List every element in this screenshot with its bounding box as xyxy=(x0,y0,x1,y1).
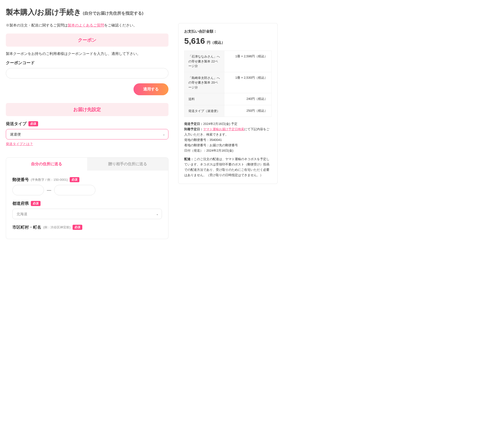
page-subtitle: (自分でお届け先住所を指定する) xyxy=(83,10,143,16)
prefecture-select[interactable]: 北海道 xyxy=(12,209,162,219)
line-item-value: 1冊 × 2,596円（税込） xyxy=(225,51,271,72)
faq-link[interactable]: 製本のよくあるご質問 xyxy=(68,23,104,27)
city-label-text: 市区町村・町名 xyxy=(12,224,41,230)
required-badge: 必須 xyxy=(73,225,82,230)
dest-postal: 着地の郵便番号：お届け先の郵便番号 xyxy=(184,143,272,148)
line-item: 「石津ななみさん」への寄せ書き製本 22ページ分 1冊 × 2,596円（税込） xyxy=(184,51,271,72)
tab-gift-address[interactable]: 贈り相手の住所に送る xyxy=(87,158,168,171)
coupon-code-label: クーポンコード xyxy=(6,60,168,65)
required-badge: 必須 xyxy=(28,121,38,126)
line-item-value: 250円（税込） xyxy=(225,105,271,117)
line-items-table: 「石津ななみさん」への寄せ書き製本 22ページ分 1冊 × 2,596円（税込）… xyxy=(184,50,272,117)
faq-note: ※製本の注文・配送に関するご質問は製本のよくあるご質問をご確認ください。 xyxy=(6,23,168,28)
city-hint: (例：渋谷区神宮前) xyxy=(43,225,71,230)
delivery-note-text: このご注文の配達は、ヤマト運輸のネコポスを予定しています。ネコポスは受領印不要の… xyxy=(184,157,269,177)
prefecture-label: 都道府県 必須 xyxy=(12,201,162,206)
line-item: 送料 240円（税込） xyxy=(184,93,271,105)
order-summary-box: お支払い合計金額： 5,616 円（税込） 「石津ななみさん」への寄せ書き製本 … xyxy=(178,23,278,184)
line-item-label: 発送タイプ（速達便） xyxy=(184,105,225,117)
summary-amount-value: 5,616 xyxy=(184,36,205,46)
postal-hint: (半角数字 / 例：150-0001) xyxy=(31,177,68,182)
delivery-note-label: 配達： xyxy=(184,157,194,161)
coupon-section-header: クーポン xyxy=(6,33,168,47)
shipping-type-select[interactable]: 速達便 xyxy=(6,129,168,140)
line-item-label: 「石津ななみさん」への寄せ書き製本 22ページ分 xyxy=(184,51,225,72)
line-item: 発送タイプ（速達便） 250円（税込） xyxy=(184,105,271,117)
required-badge: 必須 xyxy=(31,201,41,206)
line-item-label: 送料 xyxy=(184,93,225,105)
ship-date-value: 2024年2月16日(金) 予定 xyxy=(203,122,237,126)
postal-dash: — xyxy=(47,188,51,193)
shipping-type-label-text: 発送タイプ xyxy=(6,121,27,127)
summary-title: お支払い合計金額： xyxy=(184,29,272,34)
postal-code-1-input[interactable] xyxy=(12,185,44,195)
arrive-date-label: 到着予定日： xyxy=(184,127,203,131)
faq-note-suffix: をご確認ください。 xyxy=(104,23,137,27)
page-title-main: 製本購入/お届け手続き xyxy=(6,7,81,17)
tab-self-address[interactable]: 自分の住所に送る xyxy=(6,158,87,171)
address-tabs: 自分の住所に送る 贈り相手の住所に送る xyxy=(6,158,168,171)
apply-coupon-button[interactable]: 適用する xyxy=(134,83,168,95)
prefecture-label-text: 都道府県 xyxy=(12,201,29,206)
summary-amount-unit: 円（税込） xyxy=(207,40,225,45)
coupon-code-label-text: クーポンコード xyxy=(6,60,35,65)
line-item-value: 240円（税込） xyxy=(225,93,271,105)
coupon-code-input[interactable] xyxy=(6,68,168,79)
send-date: 日付（発送）：2024年2月16日(金) xyxy=(184,148,272,153)
faq-note-prefix: ※製本の注文・配送に関するご質問は xyxy=(6,23,68,27)
line-item-value: 1冊 × 2,530円（税込） xyxy=(225,72,271,93)
postal-code-2-input[interactable] xyxy=(54,185,95,195)
yamato-search-link[interactable]: ヤマト運輸お届け予定日検索 xyxy=(203,127,244,131)
origin-postal: 発地の郵便番号：3540041 xyxy=(184,137,272,143)
city-label: 市区町村・町名 (例：渋谷区神宮前) 必須 xyxy=(12,224,162,230)
coupon-description: 製本クーポンをお持ちのご利用者様はクーポンコードを入力し、適用して下さい。 xyxy=(6,51,168,56)
line-item: 「島崎幸太郎さん」への寄せ書き製本 20ページ分 1冊 × 2,530円（税込） xyxy=(184,72,271,94)
shipping-type-help-link[interactable]: 発送タイプとは？ xyxy=(6,142,33,146)
shipping-info: 発送予定日：2024年2月16日(金) 予定 到着予定日：ヤマト運輸お届け予定日… xyxy=(184,121,272,178)
page-title: 製本購入/お届け手続き (自分でお届け先住所を指定する) xyxy=(6,7,495,17)
ship-date-label: 発送予定日： xyxy=(184,122,203,126)
postal-label: 郵便番号 (半角数字 / 例：150-0001) 必須 xyxy=(12,177,162,182)
postal-label-text: 郵便番号 xyxy=(12,177,29,182)
delivery-section-header: お届け先設定 xyxy=(6,103,168,116)
required-badge: 必須 xyxy=(70,177,79,182)
line-item-label: 「島崎幸太郎さん」への寄せ書き製本 20ページ分 xyxy=(184,72,225,93)
summary-amount: 5,616 円（税込） xyxy=(184,36,272,46)
address-panel: 郵便番号 (半角数字 / 例：150-0001) 必須 — 都道府県 必須 xyxy=(6,171,168,239)
shipping-type-label: 発送タイプ 必須 xyxy=(6,121,168,127)
